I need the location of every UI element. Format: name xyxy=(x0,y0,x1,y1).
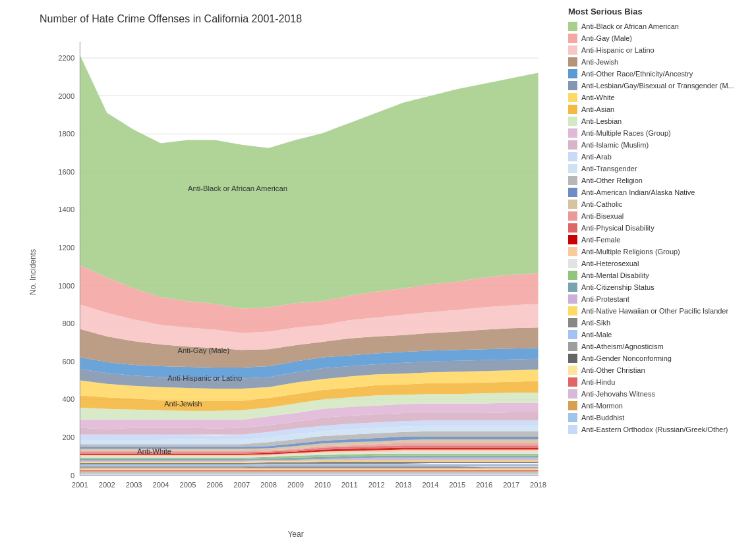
legend-swatch xyxy=(568,69,577,78)
legend-swatch xyxy=(568,57,577,67)
legend-item: Anti-White xyxy=(568,93,746,102)
label-hispanic: Anti-Hispanic or Latino xyxy=(167,374,242,382)
svg-text:1000: 1000 xyxy=(58,282,74,290)
legend-label: Anti-Multiple Religions (Group) xyxy=(581,248,680,256)
legend-swatch xyxy=(568,81,577,90)
legend-swatch xyxy=(568,152,577,161)
legend-item: Anti-Asian xyxy=(568,105,746,114)
legend-item: Anti-Jehovahs Witness xyxy=(568,389,746,399)
legend-label: Anti-Bisexual xyxy=(581,212,624,220)
legend-label: Anti-Lesbian xyxy=(581,117,622,125)
legend-swatch xyxy=(568,117,577,126)
legend-label: Anti-Jehovahs Witness xyxy=(581,390,655,398)
legend-item: Anti-Lesbian/Gay/Bisexual or Transgender… xyxy=(568,81,746,90)
x-axis-label: Year xyxy=(287,530,303,539)
svg-marker-43 xyxy=(80,472,538,474)
legend-item: Anti-Mental Disability xyxy=(568,271,746,280)
svg-text:2008: 2008 xyxy=(260,481,277,489)
legend-item: Anti-Gay (Male) xyxy=(568,34,746,43)
legend-label: Anti-Physical Disability xyxy=(581,224,654,232)
legend-swatch xyxy=(568,188,577,197)
legend-item: Anti-Mormon xyxy=(568,401,746,410)
svg-marker-45 xyxy=(80,470,538,471)
legend-swatch xyxy=(568,318,577,327)
svg-text:400: 400 xyxy=(62,395,74,403)
legend-item: Anti-Transgender xyxy=(568,164,746,173)
legend-item: Anti-Hispanic or Latino xyxy=(568,45,746,55)
legend-item: Anti-Gender Nonconforming xyxy=(568,354,746,363)
legend-item: Anti-Buddhist xyxy=(568,413,746,422)
legend-swatch xyxy=(568,93,577,102)
legend-swatch xyxy=(568,413,577,422)
legend-label: Anti-American Indian/Alaska Native xyxy=(581,188,695,196)
svg-marker-44 xyxy=(80,471,538,472)
legend-swatch xyxy=(568,425,577,434)
svg-text:2007: 2007 xyxy=(233,481,250,489)
legend-swatch xyxy=(568,211,577,221)
svg-text:2018: 2018 xyxy=(530,481,546,489)
legend-item: Anti-Lesbian xyxy=(568,117,746,126)
legend-swatch xyxy=(568,377,577,387)
legend-swatch xyxy=(568,247,577,256)
svg-text:2012: 2012 xyxy=(368,481,385,489)
svg-text:800: 800 xyxy=(62,319,74,327)
y-axis-label: No. Incidents xyxy=(28,249,38,295)
svg-text:2017: 2017 xyxy=(503,481,519,489)
legend-label: Anti-Gender Nonconforming xyxy=(581,354,672,362)
legend-label: Anti-Gay (Male) xyxy=(581,34,632,42)
legend-item: Anti-Catholic xyxy=(568,200,746,209)
label-black: Anti-Black or African American xyxy=(188,184,287,192)
svg-text:2016: 2016 xyxy=(476,481,492,489)
svg-marker-46 xyxy=(80,468,538,470)
legend-item: Anti-Male xyxy=(568,330,746,339)
legend-swatch xyxy=(568,330,577,339)
legend-label: Anti-Lesbian/Gay/Bisexual or Transgender… xyxy=(581,82,734,90)
legend-label: Anti-Other Race/Ethnicity/Ancestry xyxy=(581,70,693,78)
legend-label: Anti-Catholic xyxy=(581,200,622,208)
legend-label: Anti-Sikh xyxy=(581,319,610,327)
legend-item: Anti-Arab xyxy=(568,152,746,161)
svg-text:2014: 2014 xyxy=(422,481,438,489)
svg-text:1200: 1200 xyxy=(58,244,74,252)
legend-item: Anti-Jewish xyxy=(568,57,746,67)
legend-label: Anti-White xyxy=(581,94,615,101)
svg-text:2013: 2013 xyxy=(395,481,412,489)
svg-text:1800: 1800 xyxy=(58,130,74,138)
legend-label: Anti-Female xyxy=(581,236,620,244)
legend-swatch xyxy=(568,235,577,244)
legend-swatch xyxy=(568,176,577,185)
legend-swatch xyxy=(568,164,577,173)
legend-label: Anti-Arab xyxy=(581,153,612,161)
legend-label: Anti-Atheism/Agnosticism xyxy=(581,343,664,350)
legend-item: Anti-Other Race/Ethnicity/Ancestry xyxy=(568,69,746,78)
legend-label: Anti-Eastern Orthodox (Russian/Greek/Oth… xyxy=(581,426,728,433)
svg-text:2009: 2009 xyxy=(287,481,304,489)
legend-item: Anti-Eastern Orthodox (Russian/Greek/Oth… xyxy=(568,425,746,434)
legend-label: Anti-Male xyxy=(581,331,612,339)
legend-swatch xyxy=(568,294,577,304)
svg-text:2001: 2001 xyxy=(72,481,88,489)
legend-label: Anti-Islamic (Muslim) xyxy=(581,141,649,149)
legend-item: Anti-Other Christian xyxy=(568,366,746,375)
legend-label: Anti-Buddhist xyxy=(581,414,624,422)
label-white: Anti-White xyxy=(137,447,171,455)
svg-text:1600: 1600 xyxy=(58,168,74,176)
legend-label: Anti-Transgender xyxy=(581,165,637,173)
legend-swatch xyxy=(568,283,577,292)
legend-swatch xyxy=(568,306,577,316)
legend-swatch xyxy=(568,354,577,363)
label-gay: Anti-Gay (Male) xyxy=(178,346,230,354)
legend-item: Anti-Other Religion xyxy=(568,176,746,185)
legend-label: Anti-Mormon xyxy=(581,402,623,410)
legend-swatch xyxy=(568,389,577,399)
legend-swatch xyxy=(568,105,577,114)
legend-item: Anti-Atheism/Agnosticism xyxy=(568,342,746,351)
legend-item: Anti-Black or African American xyxy=(568,22,746,31)
legend-swatch xyxy=(568,128,577,138)
main-chart: .grid-line { stroke: #e0e0e0; stroke-wid… xyxy=(40,35,552,509)
legend-swatch xyxy=(568,342,577,351)
legend-swatch xyxy=(568,34,577,43)
legend-label: Anti-Mental Disability xyxy=(581,271,649,279)
legend-label: Anti-Native Hawaiian or Other Pacific Is… xyxy=(581,307,728,315)
legend-item: Anti-Multiple Religions (Group) xyxy=(568,247,746,256)
